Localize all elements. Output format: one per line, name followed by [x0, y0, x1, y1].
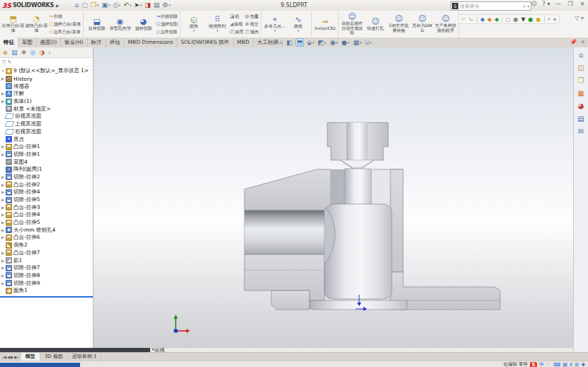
tab-nav-2[interactable]: ▶ [11, 355, 13, 359]
help-button[interactable]: ? ▾ [542, 1, 550, 7]
annotation-view-icon[interactable]: ⬒ [295, 38, 305, 47]
magnetic-mate-icon[interactable]: ⌐ [462, 16, 467, 23]
filter-surface-icon[interactable]: ● [536, 16, 541, 23]
twisty-icon[interactable]: ▾ [0, 69, 6, 73]
tree-item-切除-拉伸2[interactable]: ▶⬓切除-拉伸2 [0, 174, 93, 181]
save-button[interactable]: ▣▾ [101, 2, 110, 9]
ribbon-button-边界切除[interactable]: ◇边界切除 [156, 28, 178, 36]
options-button[interactable]: ⚙▾ [162, 2, 171, 9]
featuremanager-tab[interactable]: ◈ [3, 49, 8, 56]
ribbon-button-抽壳[interactable]: ◰抽壳 [230, 28, 244, 36]
ribbon-button-线性阵列[interactable]: ⠿线性阵列▾ [205, 16, 229, 33]
apply-scene-icon[interactable]: ▦▾ [352, 39, 362, 46]
tab-特征[interactable]: 特征 [0, 38, 18, 47]
search-box[interactable]: S 搜索命令 ⌕ ▾ [451, 1, 531, 11]
tree-item-原点[interactable]: ⌖原点 [0, 135, 93, 143]
search-input[interactable]: 搜索命令 [460, 3, 523, 10]
ribbon-button-放样切割[interactable]: ⬠放样切割 [156, 21, 178, 28]
shop-icon[interactable]: ¥ [570, 362, 572, 367]
expand-arrow-icon[interactable]: ▶ [0, 91, 6, 96]
expand-arrow-icon[interactable]: ▶ [0, 190, 6, 194]
close-pane-icon[interactable]: ✕ [580, 39, 585, 45]
ribbon-button-异型孔向导[interactable]: ◉异型孔向导 [108, 18, 132, 31]
expand-arrow-icon[interactable]: ▶ [0, 251, 6, 255]
tree-item-右视基准面[interactable]: 右视基准面 [0, 128, 93, 136]
search-icon[interactable]: ⌕ [523, 3, 526, 10]
custom-properties-icon[interactable]: ▤ [577, 115, 584, 123]
tab-MBD Dimensions[interactable]: MBD Dimensions [125, 38, 178, 47]
ribbon-button-旋转凸台/基体[interactable]: ◔旋转凸台/基体 [25, 15, 48, 33]
undo-button[interactable]: ↶▾ [123, 2, 131, 9]
ribbon-button-放样凸台/基体[interactable]: ⬠放样凸台/基体 [49, 21, 81, 28]
zoom-fit-icon[interactable]: ⌕ [271, 39, 276, 47]
rebuild-button[interactable]: ◨ [145, 2, 151, 9]
tree-item-凸台-拉伸7[interactable]: ▶⬒凸台-拉伸7 [0, 249, 93, 257]
handwriting-icon[interactable]: ▤ [562, 362, 567, 367]
expand-arrow-icon[interactable]: ▶ [0, 183, 6, 187]
view-palette-icon[interactable]: ▦ [577, 89, 584, 97]
print-button[interactable]: ⎙▾ [113, 2, 120, 9]
ribbon-button-SW文件批量转换[interactable]: ☺SW文件批量转换 [387, 15, 410, 33]
tree-item-注解[interactable]: ▶A注解 [0, 90, 93, 98]
menu-expand-arrow-icon[interactable]: ▶ [56, 3, 60, 8]
dimxpertmanager-tab[interactable]: ◎ [30, 49, 36, 56]
expand-arrow-icon[interactable]: ▶ [0, 205, 6, 210]
tree-item-阵列(圆周)1[interactable]: ⠶阵列(圆周)1 [0, 166, 93, 174]
tree-item-凸台-拉伸3[interactable]: ▶⬒凸台-拉伸3 [0, 203, 93, 211]
filter-dropdown[interactable]: ▽ ▾ [575, 15, 584, 21]
expand-arrow-icon[interactable]: ▶ [0, 273, 6, 278]
expand-arrow-icon[interactable]: ▶ [0, 266, 6, 270]
close-button[interactable]: ✕ [578, 1, 587, 7]
tree-item-切除-拉伸8[interactable]: ▶⬓切除-拉伸8 [0, 272, 93, 280]
tab-MBD[interactable]: MBD [234, 38, 254, 47]
tab-SOLIDWORKS 插件[interactable]: SOLIDWORKS 插件 [177, 38, 233, 47]
tree-item-切除-拉伸5[interactable]: ▶⬓切除-拉伸5 [0, 196, 93, 204]
tree-item-凸台-拉伸6[interactable]: ▶⬒凸台-拉伸6 [0, 234, 93, 242]
voice-input-icon[interactable]: ⌨ [553, 362, 560, 367]
ribbon-button-拉伸凸台/基体[interactable]: ⬒拉伸凸台/基体 [1, 15, 25, 33]
filter-orange-icon[interactable]: ◆ [487, 16, 492, 23]
tab-草图[interactable]: 草图 [18, 38, 37, 47]
expand-arrow-icon[interactable]: ▶ [0, 175, 6, 179]
expand-arrow-icon[interactable]: ▶ [0, 281, 6, 286]
tree-item-草图4[interactable]: ▱草图4 [0, 158, 93, 166]
ribbon-button-参考几何…[interactable]: ⌖参考几何…▾ [263, 16, 286, 33]
tab-曲面(I)[interactable]: 曲面(I) [37, 38, 61, 47]
hide-show-items-icon[interactable]: ◉▾ [329, 39, 339, 46]
open-button[interactable]: ❒▾ [91, 2, 99, 9]
ribbon-button-筋[interactable]: ◪筋 [230, 13, 244, 21]
overflow-tab[interactable]: › [48, 49, 51, 56]
ribbon-button-齿轮宏插件自动生成齿轮[interactable]: ☺齿轮宏插件自动生成齿轮 [340, 13, 363, 35]
edit-appearance-icon[interactable]: ●▾ [341, 39, 350, 46]
tree-item-前视基准面[interactable]: 前视基准面 [0, 113, 93, 120]
expand-arrow-icon[interactable]: ▶ [0, 145, 6, 149]
view-settings-icon[interactable]: ⌸▾ [364, 39, 372, 47]
file-properties-button[interactable]: ▤ [154, 2, 160, 9]
expand-arrow-icon[interactable]: ▶ [0, 152, 6, 157]
home-button[interactable]: ⌂ [75, 2, 79, 9]
graphics-area[interactable] [94, 47, 574, 348]
ribbon-button-相交[interactable]: ⊗相交 [245, 21, 259, 28]
tree-item-传感器[interactable]: ◎传感器 [0, 82, 93, 90]
tree-item-实体(1)[interactable]: ▶▣实体(1) [0, 98, 93, 106]
expand-arrow-icon[interactable]: ▶ [0, 228, 6, 232]
rollback-bar[interactable] [0, 296, 93, 298]
tree-item-切除-拉伸9[interactable]: ▶⬓切除-拉伸9 [0, 279, 93, 287]
search-magnifier-icon[interactable]: ⌕ [548, 16, 550, 23]
tree-item-凸台-拉伸2[interactable]: ▶⬒凸台-拉伸2 [0, 181, 93, 188]
forum-icon[interactable]: ✉ [578, 128, 584, 135]
expand-arrow-icon[interactable]: ▶ [0, 259, 6, 263]
ribbon-button-镜向[interactable]: ◫镜向 [245, 28, 259, 36]
filter-blue-icon[interactable]: ◆ [480, 16, 485, 23]
expand-arrow-icon[interactable]: ▶ [0, 220, 6, 225]
expand-arrow-icon[interactable]: ▶ [0, 235, 6, 239]
file-explorer-icon[interactable]: ❒ [578, 77, 584, 84]
tree-item-材质 <未指定>[interactable]: ≣材质 <未指定> [0, 105, 93, 113]
tree-item-切除-拉伸7[interactable]: ▶⬓切除-拉伸7 [0, 264, 93, 272]
tree-item-上视基准面[interactable]: 上视基准面 [0, 120, 93, 128]
solidworks-resources-icon[interactable]: ⌂ [579, 51, 583, 59]
toolbox-icon[interactable]: ✚ [581, 362, 585, 367]
search-dropdown-icon[interactable]: ▾ [527, 4, 529, 9]
filter-green-icon[interactable]: ◆ [494, 16, 499, 23]
design-library-icon[interactable]: ◫ [577, 64, 584, 72]
